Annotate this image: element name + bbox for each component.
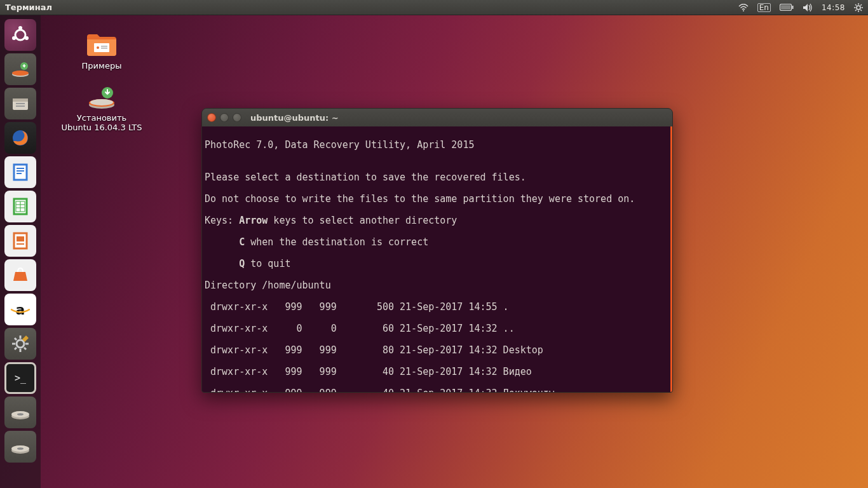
launcher-libreoffice-impress[interactable] (4, 225, 36, 257)
battery-icon[interactable] (780, 4, 794, 11)
launcher-install-ubuntu[interactable] (4, 53, 36, 85)
svg-point-51 (17, 413, 24, 416)
install-icon (85, 83, 118, 111)
desktop-icon-install-ubuntu[interactable]: Установить Ubuntu 16.04.3 LTS (57, 83, 146, 132)
launcher-software-center[interactable] (4, 259, 36, 291)
launcher-disk-2[interactable] (4, 431, 36, 463)
top-menubar: Терминал En 14:58 (0, 0, 868, 15)
svg-rect-29 (17, 173, 22, 174)
desktop-icon-label: Примеры (82, 61, 122, 71)
term-line: Do not choose to write the files to the … (203, 194, 671, 205)
svg-rect-23 (16, 105, 25, 107)
svg-line-11 (855, 10, 857, 11)
svg-point-0 (743, 10, 744, 11)
dash-button[interactable] (4, 19, 36, 51)
wifi-icon[interactable] (738, 4, 749, 11)
term-line: C when the destination is correct (203, 237, 671, 248)
svg-rect-28 (17, 170, 24, 172)
term-line: Keys: Arrow keys to select another direc… (203, 215, 671, 226)
svg-rect-39 (17, 243, 24, 245)
svg-point-54 (17, 447, 24, 450)
file-row[interactable]: drwxr-xr-x 999 999 40 21-Sep-2017 14:32 … (203, 367, 671, 377)
system-tray: En 14:58 (738, 3, 863, 12)
svg-point-15 (12, 36, 16, 40)
launcher-files[interactable] (4, 88, 36, 119)
file-row[interactable]: drwxr-xr-x 999 999 500 21-Sep-2017 14:55… (203, 302, 671, 313)
svg-point-18 (12, 71, 29, 76)
term-line: Q to quit (203, 259, 671, 269)
launcher-system-settings[interactable] (4, 328, 36, 360)
term-line: Please select a destination to save the … (203, 172, 671, 183)
svg-rect-3 (781, 5, 790, 10)
keyboard-layout-indicator[interactable]: En (757, 3, 771, 12)
svg-rect-21 (13, 98, 28, 102)
window-close-button[interactable] (207, 113, 216, 122)
svg-rect-2 (792, 6, 793, 9)
svg-point-40 (17, 340, 24, 348)
terminal-content[interactable]: PhotoRec 7.0, Data Recovery Utility, Apr… (202, 126, 672, 392)
folder-icon (85, 30, 118, 58)
svg-rect-57 (101, 46, 107, 47)
launcher-libreoffice-writer[interactable] (4, 156, 36, 188)
unity-launcher: a >_ (0, 15, 41, 488)
svg-rect-27 (17, 168, 24, 169)
svg-point-14 (18, 26, 22, 30)
svg-line-46 (24, 348, 26, 349)
svg-point-61 (90, 99, 113, 105)
file-row[interactable]: drwxr-xr-x 0 0 60 21-Sep-2017 14:32 .. (203, 323, 671, 334)
terminal-glyph: >_ (15, 372, 26, 384)
file-row[interactable]: drwxr-xr-x 999 999 80 21-Sep-2017 14:32 … (203, 345, 671, 356)
term-line: PhotoRec 7.0, Data Recovery Utility, Apr… (203, 140, 671, 151)
svg-line-10 (860, 10, 862, 11)
svg-rect-25 (14, 165, 27, 180)
window-minimize-button[interactable] (220, 113, 229, 122)
svg-rect-22 (16, 103, 25, 104)
window-title: ubuntu@ubuntu: ~ (250, 113, 339, 123)
scrollbar-edge (670, 126, 672, 392)
svg-point-13 (15, 30, 25, 40)
volume-icon[interactable] (803, 3, 813, 12)
svg-point-56 (97, 46, 99, 49)
desktop-icon-label: Ubuntu 16.04.3 LTS (61, 123, 142, 132)
window-maximize-button[interactable] (233, 113, 241, 122)
desktop-icon-examples[interactable]: Примеры (57, 30, 146, 71)
clock[interactable]: 14:58 (822, 3, 845, 12)
svg-line-9 (855, 4, 857, 6)
svg-rect-58 (101, 48, 107, 49)
svg-line-47 (15, 348, 17, 349)
launcher-libreoffice-calc[interactable] (4, 191, 36, 222)
svg-line-45 (15, 338, 17, 340)
terminal-window[interactable]: ubuntu@ubuntu: ~ PhotoRec 7.0, Data Reco… (201, 108, 673, 393)
launcher-firefox[interactable] (4, 122, 36, 154)
file-row[interactable]: drwxr-xr-x 999 999 40 21-Sep-2017 14:32 … (203, 388, 671, 392)
svg-rect-38 (17, 236, 24, 241)
launcher-terminal[interactable]: >_ (4, 362, 36, 394)
launcher-amazon[interactable]: a (4, 294, 36, 325)
svg-point-4 (857, 6, 860, 10)
term-line: Directory /home/ubuntu (203, 280, 671, 291)
gear-icon[interactable] (854, 3, 863, 12)
active-app-title[interactable]: Терминал (5, 3, 52, 12)
window-titlebar[interactable]: ubuntu@ubuntu: ~ (202, 109, 672, 126)
svg-point-16 (25, 36, 29, 40)
svg-line-12 (860, 4, 862, 6)
desktop-icon-label: Установить (77, 113, 126, 123)
launcher-disk-1[interactable] (4, 396, 36, 428)
